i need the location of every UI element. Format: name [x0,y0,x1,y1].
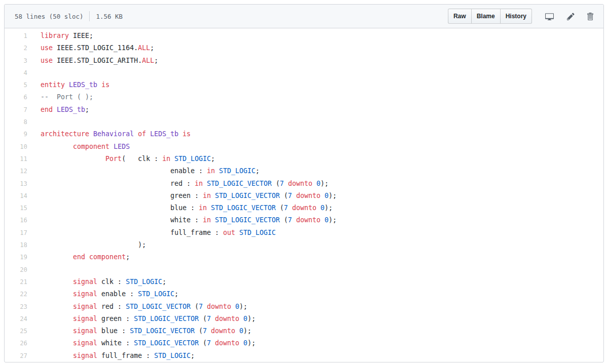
code-line: 25 signal blue : STD_LOGIC_VECTOR (7 dow… [5,325,603,337]
code-line: 24 signal green : STD_LOGIC_VECTOR (7 do… [5,313,603,325]
code-token: STD_LOGIC_VECTOR [126,303,191,310]
code-token: ); [239,303,247,310]
open-in-desktop-button[interactable] [544,12,555,21]
line-content: end component; [27,251,130,263]
line-number[interactable]: 23 [5,301,27,313]
code-token: component [89,253,126,261]
code-token: ; [126,253,130,261]
code-token [41,155,105,163]
code-token: ); [41,241,146,249]
code-token: ; [211,155,215,163]
code-token: ; [154,57,158,64]
edit-file-button[interactable] [567,12,575,21]
code-line: 3use IEEE.STD_LOGIC_ARITH.ALL; [5,55,603,67]
code-token: white : [41,216,203,224]
code-token: downto [215,339,239,347]
file-size: 1.56 KB [96,13,123,20]
code-line: 16 white : in STD_LOGIC_VECTOR (7 downto… [5,214,603,226]
code-token: ( [195,327,203,335]
line-number[interactable]: 15 [5,202,27,214]
code-line: 8 [5,116,603,128]
line-number[interactable]: 25 [5,325,27,337]
line-number[interactable]: 4 [5,67,27,79]
line-number[interactable]: 21 [5,276,27,288]
line-number[interactable]: 6 [5,91,27,103]
code-token: STD_LOGIC_VECTOR [134,339,199,347]
line-number[interactable]: 12 [5,165,27,177]
code-token: ( clk : [122,155,162,163]
line-number[interactable]: 20 [5,264,27,276]
code-token [146,130,150,138]
line-number[interactable]: 13 [5,178,27,190]
delete-file-button[interactable] [587,12,593,21]
code-token [89,130,93,138]
line-number[interactable]: 1 [5,30,27,42]
code-line: 26 signal white : STD_LOGIC_VECTOR (7 do… [5,337,603,349]
code-token: signal [73,339,97,347]
line-number[interactable]: 26 [5,337,27,349]
code-token: end [73,253,85,261]
code-token: is [101,81,109,89]
code-line: 22 signal enable : STD_LOGIC; [5,288,603,300]
file-box: 58 lines (50 sloc) 1.56 KB Raw Blame His… [4,4,604,362]
code-token: in [199,204,207,212]
line-number[interactable]: 22 [5,288,27,300]
line-number[interactable]: 2 [5,42,27,54]
line-number[interactable]: 9 [5,128,27,140]
line-number[interactable]: 5 [5,79,27,91]
raw-button[interactable]: Raw [448,9,472,24]
code-token: library [41,32,69,39]
blame-button[interactable]: Blame [471,9,501,24]
line-number[interactable]: 7 [5,104,27,116]
code-token: IEEE.STD_LOGIC_1164. [53,44,138,52]
code-token: ( [199,339,207,347]
line-number[interactable]: 3 [5,55,27,67]
line-number[interactable]: 19 [5,251,27,263]
code-line: 9architecture Behavioral of LEDS_tb is [5,128,603,140]
line-number[interactable]: 14 [5,190,27,202]
code-line: 15 blue : in STD_LOGIC_VECTOR (7 downto … [5,202,603,214]
code-token: in [203,216,211,224]
code-token: ; [255,167,259,175]
line-content: library IEEE; [27,30,93,42]
line-number[interactable]: 16 [5,214,27,226]
line-content [27,116,41,128]
code-token: in [162,155,170,163]
code-token [41,339,73,347]
code-line: 11 Port( clk : in STD_LOGIC; [5,153,603,165]
code-token [53,106,57,113]
code-token: ); [328,192,336,199]
code-token: STD_LOGIC [219,167,255,175]
trash-icon [587,12,593,21]
line-content: red : in STD_LOGIC_VECTOR (7 downto 0); [27,178,328,190]
code-token: is [182,130,191,138]
code-token: ); [324,204,332,212]
line-number[interactable]: 10 [5,141,27,153]
code-token [41,303,73,310]
code-token: ( [276,204,284,212]
code-token: downto [296,216,320,224]
line-number[interactable]: 11 [5,153,27,165]
code-token: STD_LOGIC_VECTOR [215,192,280,199]
line-number[interactable]: 27 [5,350,27,362]
line-number[interactable]: 17 [5,227,27,239]
line-number[interactable]: 18 [5,239,27,251]
code-token: red : [41,180,195,187]
line-number[interactable]: 8 [5,116,27,128]
line-content: blue : in STD_LOGIC_VECTOR (7 downto 0); [27,202,332,214]
code-token: signal [73,352,97,359]
code-line: 14 green : in STD_LOGIC_VECTOR (7 downto… [5,190,603,202]
history-button[interactable]: History [500,9,532,24]
line-content: use IEEE.STD_LOGIC_ARITH.ALL; [27,55,158,67]
line-number[interactable]: 24 [5,313,27,325]
code-token: ( [280,192,288,199]
code-token: in [207,167,215,175]
file-actions: Raw Blame History [448,9,593,24]
code-token: ; [85,106,89,113]
code-token: out [223,229,235,236]
line-content: signal enable : STD_LOGIC; [27,288,178,300]
line-content: signal white : STD_LOGIC_VECTOR (7 downt… [27,337,255,349]
code-token: red : [97,303,126,310]
code-line: 6-- Port ( ); [5,91,603,103]
code-line: 7end LEDS_tb; [5,104,603,116]
